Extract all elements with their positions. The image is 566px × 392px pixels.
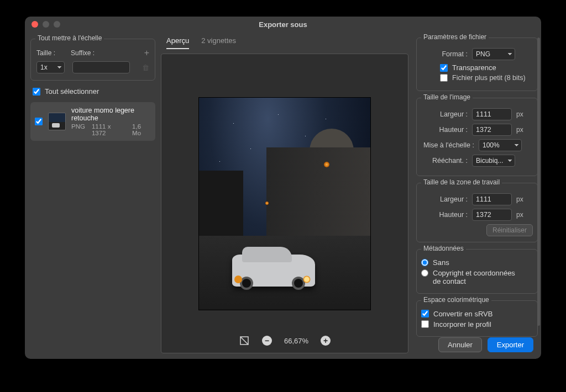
maximize-icon[interactable] xyxy=(54,21,60,28)
trash-icon: 🗑 xyxy=(142,63,149,72)
reset-button[interactable]: Réinitialiser xyxy=(486,224,533,236)
suffix-input[interactable] xyxy=(72,61,130,73)
left-pane: Tout mettre à l'échelle Taille : Suffixe… xyxy=(25,32,161,359)
preview-image xyxy=(199,98,370,310)
width-label: Largeur : xyxy=(421,110,468,118)
colorspace-group: Espace colorimétrique Convertir en sRVB … xyxy=(416,300,538,337)
image-size-group: Taille de l'image Largeur : px Hauteur :… xyxy=(416,98,538,176)
canvas-width-unit: px xyxy=(516,195,528,203)
select-all-row[interactable]: Tout sélectionner xyxy=(30,86,155,97)
export-item-thumb xyxy=(48,113,66,130)
canvas-height-unit: px xyxy=(516,211,528,219)
export-item-dimensions: 1111 x 1372 xyxy=(92,123,125,136)
embed-profile-checkbox[interactable] xyxy=(421,320,429,328)
zoom-level: 66,67% xyxy=(284,337,308,345)
cancel-button[interactable]: Annuler xyxy=(438,337,482,352)
export-item-checkbox[interactable] xyxy=(35,118,43,125)
crop-icon[interactable] xyxy=(239,335,250,346)
tab-thumbnails[interactable]: 2 vignettes xyxy=(201,36,236,49)
colorspace-legend: Espace colorimétrique xyxy=(421,296,491,304)
zoom-toolbar: − 66,67% + xyxy=(161,335,408,346)
export-button[interactable]: Exporter xyxy=(488,337,533,352)
suffix-label: Suffixe : xyxy=(71,49,95,57)
canvas-width-input[interactable] xyxy=(472,193,512,205)
width-input[interactable] xyxy=(472,108,512,120)
export-item-filesize: 1,6 Mo xyxy=(132,123,151,136)
canvas-height-label: Hauteur : xyxy=(421,211,468,219)
transparency-checkbox[interactable] xyxy=(440,64,448,72)
width-unit: px xyxy=(516,110,528,118)
embed-profile-label: Incorporer le profil xyxy=(433,320,491,329)
export-item-title: voiture momo legere retouche xyxy=(71,107,151,122)
tab-preview[interactable]: Aperçu xyxy=(166,36,189,49)
select-all-checkbox[interactable] xyxy=(33,88,40,96)
smaller-file-checkbox[interactable] xyxy=(440,74,448,82)
metadata-copyright-label: Copyright et coordonnées de contact xyxy=(433,269,516,285)
zoom-in-button[interactable]: + xyxy=(321,336,331,346)
scale-select[interactable]: 100% xyxy=(479,139,522,151)
dialog-body: Tout mettre à l'échelle Taille : Suffixe… xyxy=(25,32,541,359)
export-item-format: PNG xyxy=(71,123,85,136)
titlebar: Exporter sous xyxy=(25,17,541,32)
height-label: Hauteur : xyxy=(421,126,468,134)
metadata-legend: Métadonnées xyxy=(421,245,466,252)
window-title: Exporter sous xyxy=(25,20,541,29)
zoom-out-button[interactable]: − xyxy=(262,336,272,346)
select-all-label: Tout sélectionner xyxy=(45,87,99,96)
metadata-copyright-radio[interactable] xyxy=(421,269,428,277)
image-size-legend: Taille de l'image xyxy=(421,93,473,101)
preview-tabs: Aperçu 2 vignettes xyxy=(161,36,414,49)
canvas-size-group: Taille de la zone de travail Largeur : p… xyxy=(416,183,538,242)
convert-srgb-label: Convertir en sRVB xyxy=(433,310,492,318)
resample-select[interactable]: Bicubiq... xyxy=(472,155,515,167)
format-label: Format : xyxy=(421,50,468,58)
dialog-footer: Annuler Exporter xyxy=(438,337,533,352)
size-select[interactable]: 1x xyxy=(36,61,65,73)
export-item-info: voiture momo legere retouche PNG 1111 x … xyxy=(71,107,151,136)
format-select[interactable]: PNG xyxy=(472,48,515,60)
transparency-label: Transparence xyxy=(452,63,496,72)
canvas-width-label: Largeur : xyxy=(421,195,468,203)
export-dialog: Exporter sous Tout mettre à l'échelle Ta… xyxy=(25,17,541,359)
convert-srgb-checkbox[interactable] xyxy=(421,310,429,317)
file-settings-legend: Paramètres de fichier xyxy=(421,33,489,41)
metadata-none-radio[interactable] xyxy=(421,259,428,266)
canvas-height-input[interactable] xyxy=(472,209,512,221)
scale-all-legend: Tout mettre à l'échelle xyxy=(35,34,104,42)
minimize-icon[interactable] xyxy=(43,21,49,28)
canvas-size-legend: Taille de la zone de travail xyxy=(421,178,502,186)
file-settings-group: Paramètres de fichier Format : PNG Trans… xyxy=(416,38,538,91)
preview-area[interactable]: − 66,67% + xyxy=(161,54,408,353)
resample-label: Rééchant. : xyxy=(421,157,468,165)
height-input[interactable] xyxy=(472,124,512,136)
metadata-none-label: Sans xyxy=(433,258,449,267)
height-unit: px xyxy=(516,126,528,134)
metadata-group: Métadonnées Sans Copyright et coordonnée… xyxy=(416,249,538,294)
export-item[interactable]: voiture momo legere retouche PNG 1111 x … xyxy=(30,102,155,141)
smaller-file-label: Fichier plus petit (8 bits) xyxy=(452,74,526,83)
window-controls xyxy=(32,21,60,28)
center-pane: Aperçu 2 vignettes xyxy=(161,32,414,359)
close-icon[interactable] xyxy=(32,21,38,28)
size-label: Taille : xyxy=(36,49,55,57)
add-size-button[interactable]: + xyxy=(144,48,149,58)
scale-label: Mise à l'échelle : xyxy=(421,141,474,149)
settings-pane[interactable]: Paramètres de fichier Format : PNG Trans… xyxy=(414,32,541,359)
scale-all-group: Tout mettre à l'échelle Taille : Suffixe… xyxy=(30,39,155,81)
